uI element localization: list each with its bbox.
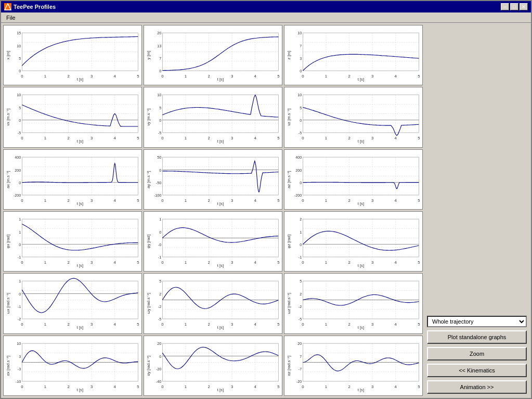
svg-text:4: 4	[114, 136, 116, 141]
title-bar-left: TeePee Profiles	[4, 3, 56, 10]
svg-text:t [s]: t [s]	[358, 387, 364, 392]
svg-text:200: 200	[295, 168, 302, 172]
vx-velocity: 012345 -50510 vx [m.s⁻¹] t [s]	[3, 87, 142, 147]
maximize-button[interactable]: □	[510, 3, 518, 10]
svg-text:2: 2	[159, 292, 161, 297]
window-title: TeePee Profiles	[14, 4, 56, 10]
svg-text:5: 5	[300, 106, 302, 110]
svg-text:13: 13	[157, 44, 161, 48]
svg-text:3: 3	[231, 74, 233, 79]
svg-text:3: 3	[90, 74, 93, 79]
svg-text:5: 5	[159, 106, 161, 110]
ax-accel: 012345 -2000200400 ax [m.s⁻²] t [s]	[3, 149, 142, 210]
svg-text:2: 2	[348, 136, 350, 141]
svg-text:400: 400	[15, 156, 21, 160]
sidebar: Whole trajectory Segment 1 Segment 2 Plo…	[425, 25, 529, 396]
svg-text:10: 10	[297, 31, 302, 35]
svg-text:1: 1	[44, 323, 46, 327]
svg-text:0: 0	[302, 198, 304, 203]
phiz-angle: 012345 -1012 φz [rad] t [s]	[284, 211, 423, 272]
svg-text:-10: -10	[16, 380, 21, 384]
svg-text:0: 0	[19, 292, 21, 297]
svg-text:-200: -200	[294, 194, 302, 198]
svg-text:0: 0	[161, 198, 163, 203]
svg-text:0: 0	[302, 323, 304, 327]
svg-text:αz [rad.s⁻²]: αz [rad.s⁻²]	[287, 356, 291, 376]
svg-text:5: 5	[137, 74, 139, 79]
svg-text:4: 4	[395, 260, 397, 265]
zoom-btn[interactable]: Zoom	[427, 347, 527, 361]
svg-text:5: 5	[277, 74, 279, 79]
svg-text:3: 3	[231, 323, 233, 327]
content-area: 012345 051015 x [m] t [s] 012345 071320 …	[1, 23, 531, 398]
svg-text:t [s]: t [s]	[217, 325, 224, 330]
plot-standalone-btn[interactable]: Plot standalone graphs	[427, 330, 527, 344]
file-menu[interactable]: File	[3, 14, 19, 22]
svg-text:vz [m.s⁻¹]: vz [m.s⁻¹]	[287, 109, 291, 126]
svg-text:7: 7	[300, 44, 302, 48]
svg-text:0: 0	[302, 74, 304, 79]
svg-text:3: 3	[90, 323, 93, 327]
svg-text:5: 5	[137, 384, 139, 389]
svg-text:2: 2	[207, 74, 210, 79]
kinematics-btn[interactable]: << Kinematics	[427, 364, 527, 377]
svg-text:4: 4	[114, 74, 116, 79]
svg-text:0: 0	[19, 243, 21, 247]
close-button[interactable]: ✕	[520, 3, 528, 10]
svg-text:-2: -2	[18, 318, 21, 322]
svg-text:0: 0	[19, 181, 21, 185]
svg-text:t [s]: t [s]	[217, 201, 224, 205]
svg-text:2: 2	[207, 384, 210, 389]
plots-grid: 012345 051015 x [m] t [s] 012345 071320 …	[3, 25, 423, 396]
svg-text:2: 2	[207, 198, 210, 203]
svg-text:3: 3	[231, 384, 233, 389]
svg-text:2: 2	[348, 198, 350, 203]
svg-text:t [s]: t [s]	[77, 201, 83, 205]
svg-text:5: 5	[418, 136, 420, 141]
svg-text:y [m]: y [m]	[146, 51, 151, 60]
svg-text:-5: -5	[158, 132, 161, 136]
trajectory-dropdown[interactable]: Whole trajectory Segment 1 Segment 2	[427, 316, 527, 327]
minimize-button[interactable]: ─	[501, 3, 509, 10]
svg-text:vx [m.s⁻¹]: vx [m.s⁻¹]	[6, 109, 10, 126]
svg-text:3: 3	[90, 260, 93, 265]
svg-text:-1: -1	[18, 305, 21, 309]
svg-text:t [s]: t [s]	[217, 139, 224, 144]
svg-text:200: 200	[15, 168, 21, 172]
svg-text:3: 3	[371, 384, 373, 389]
svg-text:20: 20	[157, 342, 161, 346]
svg-text:5: 5	[277, 384, 279, 389]
svg-text:0: 0	[161, 260, 163, 265]
svg-text:-5: -5	[299, 318, 302, 322]
svg-text:4: 4	[254, 198, 257, 203]
omegay-angular: 012345 -5-225 ωy [rad.s⁻¹] t [s]	[144, 273, 282, 333]
svg-text:t [s]: t [s]	[358, 139, 364, 144]
svg-text:1: 1	[185, 323, 187, 327]
svg-text:5: 5	[137, 136, 139, 141]
svg-text:2: 2	[67, 74, 69, 79]
svg-text:5: 5	[418, 198, 420, 203]
x-position: 012345 051015 x [m] t [s]	[3, 25, 142, 85]
omegaz-angular: 012345 -5-225 ωz [rad.s⁻¹] t [s]	[284, 273, 423, 333]
svg-text:φx [rad]: φx [rad]	[6, 235, 10, 248]
svg-text:t [s]: t [s]	[217, 387, 224, 392]
svg-text:t [s]: t [s]	[77, 325, 83, 330]
svg-text:0: 0	[21, 323, 23, 327]
svg-text:3: 3	[231, 136, 233, 141]
svg-text:-2: -2	[299, 305, 302, 309]
svg-marker-0	[5, 4, 11, 10]
svg-text:5: 5	[418, 74, 420, 79]
svg-text:2: 2	[300, 217, 302, 222]
animation-btn[interactable]: Animation >>	[427, 380, 527, 394]
svg-text:0: 0	[300, 69, 302, 73]
svg-text:3: 3	[90, 198, 93, 203]
svg-text:400: 400	[295, 156, 302, 160]
svg-text:50: 50	[157, 156, 161, 160]
trajectory-dropdown-container: Whole trajectory Segment 1 Segment 2	[427, 316, 527, 327]
svg-text:0: 0	[159, 168, 161, 172]
svg-text:3: 3	[231, 198, 233, 203]
svg-text:2: 2	[348, 323, 350, 327]
svg-text:5: 5	[277, 260, 279, 265]
svg-text:1: 1	[44, 198, 46, 203]
svg-text:t [s]: t [s]	[77, 139, 83, 144]
